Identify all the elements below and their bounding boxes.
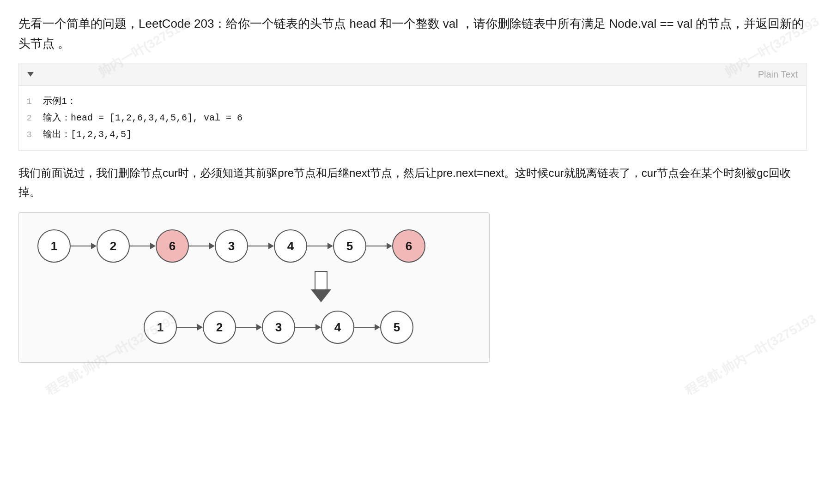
arrow-2 (189, 243, 215, 249)
line-content-1: 示例1： (43, 94, 76, 109)
arrow-head-0 (91, 243, 97, 249)
arrow-2 (295, 324, 321, 330)
code-block: 1 示例1： 2 输入：head = [1,2,6,3,4,5,6], val … (18, 86, 807, 151)
bottom-linked-list: 12345 (144, 311, 471, 344)
arrow-line-0 (177, 327, 197, 328)
arrow-0 (177, 324, 203, 330)
node-5-5: 5 (333, 229, 366, 263)
arrow-head-0 (197, 324, 203, 330)
down-arrow-head (311, 289, 331, 302)
node-3-2: 3 (262, 311, 295, 344)
arrow-line-3 (248, 246, 268, 246)
node-5-4: 5 (380, 311, 413, 344)
arrow-1 (130, 243, 156, 249)
node-6-6: 6 (392, 229, 425, 263)
code-line-3: 3 输出：[1,2,3,4,5] (19, 126, 806, 143)
line-num-3: 3 (19, 128, 43, 142)
arrow-0 (71, 243, 97, 249)
arrow-line-3 (354, 327, 375, 328)
line-num-1: 1 (19, 95, 43, 108)
code-line-2: 2 输入：head = [1,2,6,3,4,5,6], val = 6 (19, 110, 806, 126)
arrow-head-5 (387, 243, 392, 249)
down-arrow (311, 271, 331, 302)
arrow-line-2 (295, 327, 315, 328)
line-num-2: 2 (19, 111, 43, 125)
second-row-wrapper: 12345 (37, 311, 471, 344)
arrow-head-1 (150, 243, 156, 249)
intro-text: 先看一个简单的问题，LeetCode 203：给你一个链表的头节点 head 和… (18, 14, 807, 54)
arrow-head-1 (256, 324, 262, 330)
arrow-head-3 (268, 243, 274, 249)
node-2-1: 2 (97, 229, 130, 263)
arrow-head-3 (375, 324, 380, 330)
node-2-1: 2 (203, 311, 236, 344)
arrow-line-1 (130, 246, 150, 246)
arrow-line-0 (71, 246, 91, 246)
node-1-0: 1 (37, 229, 71, 263)
line-content-3: 输出：[1,2,3,4,5] (43, 127, 132, 142)
arrow-4 (307, 243, 333, 249)
arrow-head-2 (209, 243, 215, 249)
arrow-head-2 (315, 324, 321, 330)
plain-text-label: Plain Text (758, 67, 798, 82)
toolbar-bar: Plain Text (18, 63, 807, 86)
down-arrow-container (37, 271, 471, 302)
page-container: 先看一个简单的问题，LeetCode 203：给你一个链表的头节点 head 和… (0, 0, 825, 381)
arrow-line-4 (307, 246, 328, 246)
arrow-line-1 (236, 327, 256, 328)
chevron-down-icon[interactable] (27, 72, 34, 77)
arrow-1 (236, 324, 262, 330)
arrow-head-4 (328, 243, 333, 249)
node-6-2: 6 (156, 229, 189, 263)
node-1-0: 1 (144, 311, 177, 344)
description-text: 我们前面说过，我们删除节点cur时，必须知道其前驱pre节点和后继next节点，… (18, 164, 807, 202)
arrow-5 (366, 243, 392, 249)
code-line-1: 1 示例1： (19, 93, 806, 110)
toolbar-left (27, 72, 34, 77)
arrow-3 (354, 324, 380, 330)
arrow-3 (248, 243, 274, 249)
node-4-4: 4 (274, 229, 307, 263)
line-content-2: 输入：head = [1,2,6,3,4,5,6], val = 6 (43, 111, 243, 126)
arrow-line-5 (366, 246, 387, 246)
node-3-3: 3 (215, 229, 248, 263)
arrow-line-2 (189, 246, 209, 246)
top-linked-list: 1263456 (37, 229, 471, 263)
down-arrow-shaft (315, 271, 328, 289)
node-4-3: 4 (321, 311, 354, 344)
diagram-container: 1263456 12345 (18, 212, 490, 363)
